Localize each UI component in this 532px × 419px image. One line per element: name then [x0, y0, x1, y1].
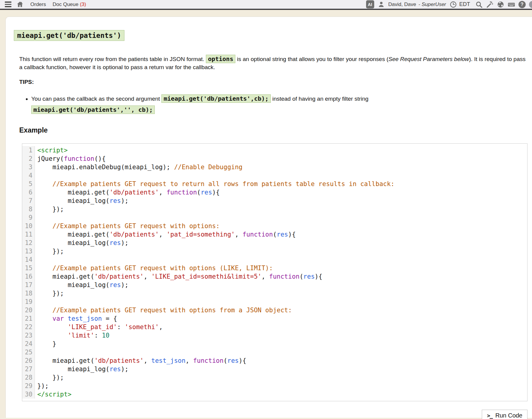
code-line-content: mieapi.get('db/patients', 'LIKE_pat_id=s…: [35, 272, 527, 281]
code-line-content: //Example patients GET request with opti…: [35, 222, 527, 230]
page-title: mieapi.get('db/patients'): [14, 30, 124, 41]
search-icon[interactable]: [475, 1, 483, 8]
line-number: 22: [22, 323, 35, 331]
code-token: 'somethi': [125, 323, 159, 331]
code-token: ){: [212, 189, 220, 196]
code-token: ,: [261, 273, 269, 280]
code-token: mieapi_log(: [37, 197, 109, 204]
code-token: [37, 332, 68, 339]
code-line: 10 //Example patients GET request with o…: [22, 222, 527, 230]
code-token: [37, 323, 68, 331]
code-line: 20 //Example patients GET request with o…: [22, 306, 527, 314]
code-line-content: //Example patients GET request to return…: [35, 180, 527, 188]
code-token: ,: [159, 189, 167, 196]
code-line: 30</script>: [22, 390, 527, 399]
user-icon[interactable]: [378, 1, 385, 8]
code-token: (: [299, 273, 303, 280]
code-line-content: var test_json = {: [35, 314, 527, 323]
code-token: res: [227, 357, 239, 364]
code-line-content: </script>: [35, 390, 527, 399]
code-line-content: [35, 213, 527, 222]
code-line-content: [35, 348, 527, 356]
code-token: var: [53, 315, 64, 322]
code-token: 'db/patients': [94, 273, 144, 280]
run-code-button[interactable]: >_ Run Code: [482, 410, 527, 419]
line-number: 8: [22, 205, 35, 213]
line-number: 26: [22, 356, 35, 365]
tips-list: You can pass the callback as the second …: [25, 93, 527, 115]
tip-item: You can pass the callback as the second …: [31, 93, 482, 115]
user-name-and-role[interactable]: David, Dave- SuperUser: [388, 2, 446, 8]
ai-badge[interactable]: AI: [366, 0, 374, 8]
code-token: });: [37, 206, 64, 213]
code-line: 7 mieapi_log(res);: [22, 197, 527, 205]
tips-heading: TIPS:: [19, 79, 527, 85]
terminal-icon: >_: [487, 412, 492, 419]
code-line-content: <script>: [35, 146, 527, 154]
code-token: res: [109, 365, 121, 373]
code-token: [37, 265, 53, 272]
inline-code-chip: mieapi.get('db/patients','', cb);: [31, 106, 155, 114]
line-number: 25: [22, 348, 35, 356]
line-number: 2: [22, 154, 35, 163]
content-card: mieapi.get('db/patients') This function …: [5, 17, 532, 418]
code-token: 'db/patients': [109, 231, 159, 238]
code-token: });: [37, 382, 49, 390]
code-token: res: [109, 197, 121, 204]
code-token: ){: [288, 231, 296, 238]
code-line: 22 'LIKE_pat_id': 'somethi',: [22, 323, 527, 331]
code-token: ){: [239, 357, 246, 364]
code-line-content: mieapi.get('db/patients', 'pat_id=someth…: [35, 230, 527, 239]
nav-doc-queue-link[interactable]: Doc Queue (3): [53, 2, 86, 8]
clock-icon[interactable]: [449, 1, 457, 8]
code-line-content: [35, 255, 527, 264]
code-line: 24 }: [22, 340, 527, 348]
code-token: ,: [144, 357, 151, 364]
code-line: 19: [22, 298, 527, 306]
code-token: [64, 315, 68, 322]
code-line: 18 });: [22, 289, 527, 298]
code-line: 16 mieapi.get('db/patients', 'LIKE_pat_i…: [22, 272, 527, 281]
line-number: 20: [22, 306, 35, 314]
code-line: 26 mieapi.get('db/patients', test_json, …: [22, 356, 527, 365]
code-token: 'LIKE_pat_id': [68, 323, 117, 331]
code-line: 11 mieapi.get('db/patients', 'pat_id=som…: [22, 230, 527, 239]
code-token: });: [37, 374, 64, 381]
code-token: [37, 315, 53, 322]
line-number: 7: [22, 197, 35, 205]
code-token: mieapi_log(: [37, 239, 109, 246]
code-line-content: });: [35, 205, 527, 213]
line-number: 13: [22, 247, 35, 255]
code-line-content: });: [35, 373, 527, 382]
line-number: 6: [22, 188, 35, 197]
code-line: 8 });: [22, 205, 527, 213]
text-run: This function will return every row from…: [19, 56, 206, 62]
home-icon[interactable]: [16, 1, 24, 8]
code-token: function: [243, 231, 273, 238]
line-number: 3: [22, 163, 35, 171]
code-line: 28 });: [22, 373, 527, 382]
overflow-avatar-icon[interactable]: [529, 1, 532, 8]
hamburger-menu-icon[interactable]: [4, 1, 12, 8]
keyboard-icon[interactable]: [508, 1, 515, 8]
nav-orders-link[interactable]: Orders: [30, 2, 46, 8]
text-run: instead of having an empty filter string: [271, 96, 368, 102]
code-line: 2jQuery(function(){: [22, 154, 527, 163]
code-line: 4: [22, 171, 527, 180]
line-number: 21: [22, 314, 35, 323]
code-token: res: [277, 231, 288, 238]
help-icon[interactable]: ?: [518, 1, 526, 8]
code-line: 5 //Example patients GET request to retu…: [22, 180, 527, 188]
line-number: 30: [22, 390, 35, 399]
line-number: 4: [22, 171, 35, 180]
line-number: 29: [22, 382, 35, 390]
code-token: 'limit': [68, 332, 94, 339]
code-example-block: 1<script>2jQuery(function(){3 mieapi.ena…: [22, 143, 527, 401]
code-token: <script>: [37, 147, 68, 154]
code-line: 17 mieapi_log(res);: [22, 281, 527, 289]
code-line: 27 mieapi_log(res);: [22, 365, 527, 373]
line-number: 5: [22, 180, 35, 188]
code-line-content: //Example patients GET request with opti…: [35, 306, 527, 314]
magic-wand-icon[interactable]: [486, 1, 494, 8]
globe-icon[interactable]: [497, 1, 504, 8]
